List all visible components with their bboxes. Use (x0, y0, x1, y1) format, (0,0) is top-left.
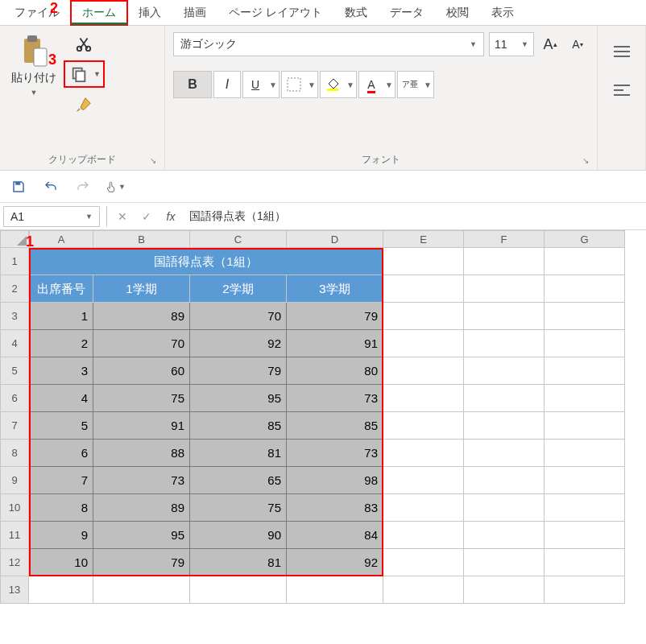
format-painter-button[interactable] (72, 93, 95, 116)
cell[interactable] (383, 303, 464, 330)
cell[interactable] (464, 549, 545, 576)
cell[interactable] (545, 275, 625, 303)
cell[interactable] (545, 357, 625, 385)
cell[interactable]: 国語得点表（1組） (29, 248, 383, 275)
cell[interactable]: 91 (93, 412, 190, 440)
tab-data[interactable]: データ (379, 1, 435, 25)
cell[interactable] (464, 248, 545, 275)
cell[interactable]: 98 (287, 467, 383, 494)
font-name-select[interactable]: 游ゴシック ▼ (173, 32, 484, 56)
cell[interactable]: 88 (93, 440, 190, 467)
cell[interactable] (545, 303, 625, 330)
cell[interactable]: 4 (29, 385, 93, 412)
cell[interactable] (545, 549, 625, 576)
cell[interactable]: 73 (287, 385, 383, 412)
cell[interactable] (29, 576, 93, 604)
cell[interactable] (464, 467, 545, 494)
cell[interactable] (383, 549, 464, 576)
row-header[interactable]: 10 (0, 494, 29, 522)
cell[interactable]: 73 (93, 467, 190, 494)
row-header[interactable]: 4 (0, 330, 29, 357)
cell[interactable]: 75 (93, 385, 190, 412)
column-header[interactable]: D (287, 230, 383, 248)
cell[interactable] (464, 494, 545, 522)
ruby-button[interactable]: ア亜 ▼ (397, 71, 434, 98)
cell[interactable] (383, 576, 464, 604)
decrease-font-button[interactable]: A▾ (566, 33, 589, 56)
font-launcher[interactable]: ↘ (582, 156, 589, 165)
cell[interactable] (383, 522, 464, 549)
cell[interactable] (545, 467, 625, 494)
tab-file[interactable]: ファイル (3, 1, 71, 25)
cell[interactable] (383, 248, 464, 275)
spreadsheet-grid[interactable]: ABCDEFG 12345678910111213 1 国語得点表（1組）出席番… (0, 230, 646, 604)
fill-color-button[interactable]: ▼ (320, 71, 357, 98)
row-header[interactable]: 2 (0, 275, 29, 303)
copy-button[interactable] (68, 63, 90, 85)
row-header[interactable]: 3 (0, 303, 29, 330)
cell[interactable]: 89 (93, 494, 190, 522)
cell[interactable]: 3 (29, 357, 93, 385)
cell[interactable] (383, 275, 464, 303)
cell[interactable]: 65 (190, 467, 287, 494)
cell[interactable] (545, 330, 625, 357)
tab-review[interactable]: 校閲 (435, 1, 480, 25)
cell[interactable] (383, 440, 464, 467)
tab-view[interactable]: 表示 (480, 1, 525, 25)
insert-function-button[interactable]: fx (159, 206, 183, 227)
column-header[interactable]: B (93, 230, 190, 248)
row-header[interactable]: 12 (0, 549, 29, 576)
cell[interactable]: 8 (29, 494, 93, 522)
row-header[interactable]: 7 (0, 412, 29, 440)
cell[interactable] (464, 275, 545, 303)
cell[interactable] (545, 385, 625, 412)
tab-home[interactable]: ホーム (71, 1, 127, 25)
cell[interactable]: 6 (29, 440, 93, 467)
column-header[interactable]: F (464, 230, 545, 248)
cell[interactable] (464, 412, 545, 440)
cell[interactable]: 89 (93, 303, 190, 330)
undo-button[interactable] (40, 176, 61, 197)
cell[interactable] (464, 576, 545, 604)
cell[interactable]: 79 (93, 549, 190, 576)
cell[interactable] (545, 494, 625, 522)
cell[interactable] (464, 357, 545, 385)
underline-button[interactable]: U ▼ (242, 71, 280, 98)
cell[interactable] (383, 412, 464, 440)
column-header[interactable]: C (190, 230, 287, 248)
cell[interactable]: 2学期 (190, 275, 287, 303)
cell[interactable] (545, 522, 625, 549)
cell[interactable]: 81 (190, 549, 287, 576)
cell[interactable]: 95 (93, 522, 190, 549)
cell[interactable] (545, 248, 625, 275)
chevron-down-icon[interactable]: ▼ (93, 70, 101, 78)
tab-insert[interactable]: 挿入 (127, 1, 172, 25)
cell[interactable] (383, 385, 464, 412)
cell[interactable] (464, 522, 545, 549)
cell[interactable] (383, 357, 464, 385)
cell[interactable] (287, 576, 383, 604)
align-left-button[interactable] (611, 79, 633, 101)
row-header[interactable]: 1 (0, 248, 29, 275)
column-header[interactable]: A (29, 230, 93, 248)
italic-button[interactable]: I (213, 71, 241, 98)
cell[interactable] (464, 385, 545, 412)
cell[interactable] (545, 576, 625, 604)
cell[interactable] (190, 576, 287, 604)
align-top-button[interactable] (611, 40, 633, 63)
cell[interactable]: 7 (29, 467, 93, 494)
cell[interactable] (545, 412, 625, 440)
cell[interactable] (464, 440, 545, 467)
select-all-button[interactable] (0, 230, 29, 248)
cell[interactable]: 70 (93, 330, 190, 357)
cell[interactable]: 85 (287, 412, 383, 440)
cell[interactable]: 5 (29, 412, 93, 440)
row-header[interactable]: 9 (0, 467, 29, 494)
cell[interactable] (383, 330, 464, 357)
cell[interactable]: 1学期 (93, 275, 190, 303)
touch-mode-button[interactable]: ▼ (105, 176, 126, 197)
clipboard-launcher[interactable]: ↘ (150, 156, 156, 165)
cell[interactable]: 2 (29, 330, 93, 357)
cell[interactable]: 79 (287, 303, 383, 330)
row-header[interactable]: 11 (0, 522, 29, 549)
